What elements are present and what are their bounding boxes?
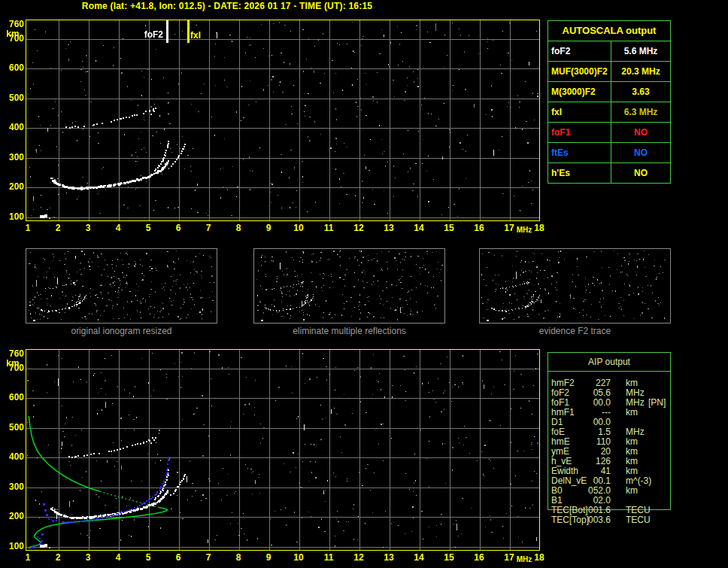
y-axis-tick-label: 600 <box>2 392 24 402</box>
x-axis-tick-label: 13 <box>380 552 398 563</box>
x-axis-tick-label: 5 <box>139 223 157 233</box>
thumbnail-caption-eliminate: eliminate multiple reflections <box>253 326 445 336</box>
aip-row: DelN_vE00.1m^(-3) <box>548 476 675 486</box>
thumbnail-evidence-f2-trace <box>479 248 671 323</box>
x-axis-tick-label: 4 <box>109 223 127 233</box>
y-axis-tick-label: 300 <box>2 481 24 492</box>
x-axis-tick-label: 14 <box>410 552 428 563</box>
x-axis-tick-label: 9 <box>259 223 278 233</box>
thumbnail-eliminate-reflections <box>253 248 445 323</box>
aip-row-extra: [PN] <box>648 398 666 408</box>
autoscala-row-value: NO <box>611 163 670 183</box>
x-axis-tick-label: 12 <box>350 552 368 563</box>
autoscala-row: foF1NO <box>548 122 670 142</box>
autoscala-row: ftEsNO <box>548 142 670 163</box>
autoscala-row-label: MUF(3000)F2 <box>548 62 611 81</box>
autoscala-row: fxI6.3 MHz <box>548 102 670 122</box>
x-axis-tick-label: 2 <box>49 223 67 233</box>
x-axis-tick-label: 4 <box>109 552 127 563</box>
autoscala-row-label: foF2 <box>548 41 611 61</box>
autoscala-row-value: 20.3 MHz <box>611 62 670 81</box>
aip-row-value: 003.6 <box>582 515 611 525</box>
x-axis-tick-label: 3 <box>79 552 97 563</box>
autoscala-row-value: 6.3 MHz <box>611 102 670 122</box>
fxi-marker-label: fxI <box>190 30 213 41</box>
aip-row: hmF1---km <box>548 408 675 418</box>
autoscala-row-label: ftEs <box>548 143 611 163</box>
aip-row-label: TEC[Top] <box>551 515 586 525</box>
x-axis-tick-label: 13 <box>380 223 398 233</box>
y-axis-tick-label: 200 <box>2 511 24 521</box>
autoscala-row-label: fxI <box>548 102 611 122</box>
x-axis-tick-label: 9 <box>259 552 278 563</box>
y-axis-unit-label: km <box>2 358 24 369</box>
x-axis-tick-label: 15 <box>440 552 458 563</box>
y-axis-tick-label: 760 <box>2 19 24 29</box>
page-title: Rome (lat: +41.8, lon: 012.5) - DATE: 20… <box>0 1 454 11</box>
x-axis-tick-label: 8 <box>229 223 247 233</box>
autoscala-row-label: foF1 <box>548 123 611 142</box>
autoscala-row: MUF(3000)F220.3 MHz <box>548 61 670 81</box>
autoscala-row-value: NO <box>611 143 670 163</box>
autoscala-row: M(3000)F23.63 <box>548 81 670 102</box>
y-axis-tick-label: 400 <box>2 122 24 132</box>
y-axis-tick-label: 600 <box>2 62 24 73</box>
thumbnail-original-ionogram <box>26 248 217 323</box>
autoscala-row-value: 3.63 <box>611 82 670 102</box>
y-axis-tick-label: 400 <box>2 451 24 462</box>
autoscala-table: AUTOSCALA output foF25.6 MHzMUF(3000)F22… <box>548 20 671 184</box>
profile-plot <box>26 349 540 551</box>
x-axis-unit-label: MHz <box>514 226 535 234</box>
x-axis-tick-label: 3 <box>79 223 97 233</box>
x-axis-tick-label: 1 <box>19 552 37 563</box>
x-axis-tick-label: 15 <box>440 223 458 233</box>
aip-row: TEC[Top]003.6TECU <box>548 515 675 525</box>
x-axis-tick-label: 11 <box>320 223 338 233</box>
y-axis-tick-label: 500 <box>2 422 24 433</box>
x-axis-tick-label: 1 <box>19 223 37 233</box>
autoscala-row-label: M(3000)F2 <box>548 82 611 102</box>
autoscala-row-label: h'Es <box>548 163 611 183</box>
x-axis-tick-label: 10 <box>290 223 308 233</box>
x-axis-tick-label: 10 <box>290 552 308 563</box>
x-axis-tick-label: 7 <box>199 223 217 233</box>
y-axis-tick-label: 300 <box>2 152 24 163</box>
x-axis-tick-label: 6 <box>169 552 187 563</box>
aip-table-title: AIP output <box>548 353 670 372</box>
x-axis-tick-label: 8 <box>229 552 247 563</box>
aip-row-unit: TECU <box>626 515 651 525</box>
x-axis-unit-label: MHz <box>514 555 535 563</box>
autoscala-app: Rome (lat: +41.8, lon: 012.5) - DATE: 20… <box>0 0 728 568</box>
thumbnail-caption-original: original ionogram resized <box>26 326 217 336</box>
x-axis-tick-label: 5 <box>139 552 157 563</box>
autoscala-row: h'EsNO <box>548 163 670 183</box>
y-axis-tick-label: 100 <box>2 541 24 551</box>
x-axis-tick-label: 16 <box>470 552 488 563</box>
autoscala-row-value: NO <box>611 123 670 142</box>
x-axis-tick-label: 2 <box>49 552 67 563</box>
y-axis-unit-label: km <box>2 29 24 39</box>
thumbnail-caption-evidence: evidence F2 trace <box>479 326 671 336</box>
aip-row-unit: km <box>626 486 638 496</box>
ionogram-plot <box>26 20 540 221</box>
aip-row-unit: km <box>626 408 638 418</box>
y-axis-tick-label: 100 <box>2 211 24 222</box>
fof2-marker-label: foF2 <box>139 29 163 40</box>
x-axis-tick-label: 12 <box>350 223 368 233</box>
x-axis-tick-label: 11 <box>320 552 338 563</box>
y-axis-tick-label: 200 <box>2 181 24 192</box>
autoscala-row-value: 5.6 MHz <box>611 41 670 61</box>
y-axis-tick-label: 760 <box>2 348 24 359</box>
autoscala-table-title: AUTOSCALA output <box>548 21 670 41</box>
x-axis-tick-label: 7 <box>199 552 217 563</box>
autoscala-table-body: foF25.6 MHzMUF(3000)F220.3 MHzM(3000)F23… <box>548 41 670 183</box>
x-axis-tick-label: 6 <box>169 223 187 233</box>
x-axis-tick-label: 16 <box>470 223 488 233</box>
autoscala-row: foF25.6 MHz <box>548 41 670 61</box>
aip-row: B0052.0km <box>548 486 675 496</box>
aip-row: D100.0 <box>548 418 675 427</box>
x-axis-tick-label: 14 <box>410 223 428 233</box>
y-axis-tick-label: 500 <box>2 93 24 103</box>
